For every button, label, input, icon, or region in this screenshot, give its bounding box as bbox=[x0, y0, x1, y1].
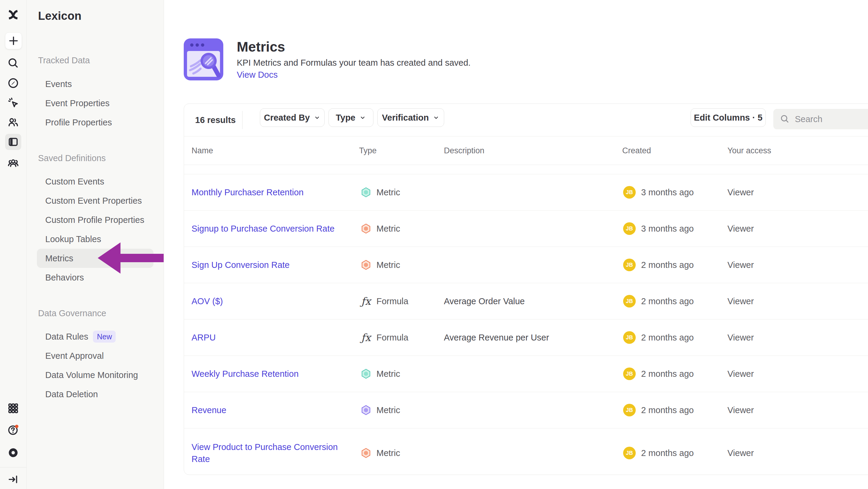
lexicon-sidebar: Lexicon Tracked Data Events Event Proper… bbox=[27, 0, 164, 489]
table-row: ARPU ƒx Formula Average Revenue per User… bbox=[184, 319, 868, 356]
sidebar-item-lookup-tables[interactable]: Lookup Tables bbox=[37, 230, 153, 249]
metric-name-link[interactable]: Revenue bbox=[191, 404, 355, 416]
help-icon[interactable] bbox=[6, 423, 20, 437]
chevron-down-icon bbox=[313, 114, 321, 121]
verification-filter-button[interactable]: Verification bbox=[377, 108, 444, 127]
events-cursor-icon[interactable] bbox=[6, 95, 20, 110]
sidebar-item-label: Event Approval bbox=[45, 346, 104, 365]
created-time: 3 months ago bbox=[641, 224, 694, 234]
metric-red-hexagon-icon bbox=[360, 259, 372, 270]
lexicon-panel-icon[interactable] bbox=[5, 134, 21, 150]
users-icon[interactable] bbox=[6, 115, 20, 129]
access-cell: Viewer bbox=[727, 369, 754, 379]
metric-red-hexagon-icon bbox=[360, 223, 372, 234]
created-time: 2 months ago bbox=[641, 333, 694, 343]
creator-avatar: JB bbox=[623, 447, 636, 459]
created-time: 2 months ago bbox=[641, 296, 694, 306]
sidebar-item-data-deletion[interactable]: Data Deletion bbox=[37, 384, 153, 404]
create-plus-button[interactable] bbox=[5, 32, 22, 49]
metric-name-link[interactable]: AOV ($) bbox=[191, 295, 355, 307]
metric-red-hexagon-icon bbox=[360, 447, 372, 459]
sidebar-item-label: Metrics bbox=[45, 249, 73, 268]
table-body: Monthly Purchaser Retention Metric JB 3 … bbox=[184, 174, 868, 478]
access-cell: Viewer bbox=[727, 405, 754, 415]
type-label: Metric bbox=[376, 188, 400, 197]
sidebar-item-events[interactable]: Events bbox=[37, 75, 153, 94]
column-header-type[interactable]: Type bbox=[359, 137, 377, 165]
created-cell: JB 3 months ago bbox=[623, 186, 694, 199]
created-by-filter-button[interactable]: Created By bbox=[260, 108, 324, 127]
formula-fx-icon: ƒx bbox=[360, 295, 372, 307]
settings-gear-icon[interactable] bbox=[6, 445, 20, 460]
created-cell: JB 2 months ago bbox=[623, 447, 694, 459]
sidebar-item-label: Custom Events bbox=[45, 172, 104, 191]
filter-toolbar: 16 results Created By Type Verification … bbox=[184, 104, 868, 137]
page-subtitle: KPI Metrics and Formulas your team has c… bbox=[237, 58, 471, 68]
creator-avatar: JB bbox=[623, 331, 636, 344]
type-label: Metric bbox=[376, 260, 400, 270]
nav-rail bbox=[0, 0, 27, 489]
column-header-description[interactable]: Description bbox=[444, 137, 484, 165]
metric-name-link[interactable]: Signup to Purchase Conversion Rate bbox=[191, 223, 355, 235]
sidebar-item-behaviors[interactable]: Behaviors bbox=[37, 268, 153, 287]
sidebar-item-metrics[interactable]: Metrics bbox=[37, 249, 153, 268]
column-header-created[interactable]: Created bbox=[622, 137, 651, 165]
type-label: Metric bbox=[376, 369, 400, 379]
created-time: 2 months ago bbox=[641, 448, 694, 458]
creator-avatar: JB bbox=[623, 186, 636, 199]
table-row: Monthly Purchaser Retention Metric JB 3 … bbox=[184, 174, 868, 210]
table-row: AOV ($) ƒx Formula Average Order Value J… bbox=[184, 283, 868, 319]
boards-compass-icon[interactable] bbox=[6, 76, 20, 90]
type-cell: ƒx Formula bbox=[360, 295, 408, 307]
sidebar-item-custom-profile-properties[interactable]: Custom Profile Properties bbox=[37, 210, 153, 230]
metrics-app-icon bbox=[183, 37, 224, 82]
metric-teal-hexagon-icon bbox=[360, 368, 372, 379]
type-cell: Metric bbox=[360, 404, 400, 416]
description-cell: Average Order Value bbox=[444, 296, 525, 306]
search-input[interactable]: Search bbox=[773, 109, 868, 129]
mixpanel-logo-icon[interactable] bbox=[6, 7, 20, 22]
sidebar-item-data-volume-monitoring[interactable]: Data Volume Monitoring bbox=[37, 365, 153, 384]
metric-name-link[interactable]: View Product to Purchase Conversion Rate bbox=[191, 441, 355, 465]
cohorts-icon[interactable] bbox=[6, 156, 20, 170]
metric-name-link[interactable]: ARPU bbox=[191, 332, 355, 344]
new-badge: New bbox=[93, 330, 116, 343]
table-row: Signup to Purchase Conversion Rate Metri… bbox=[184, 210, 868, 247]
main-content: Metrics KPI Metrics and Formulas your te… bbox=[164, 0, 868, 489]
created-cell: JB 3 months ago bbox=[623, 222, 694, 235]
sidebar-item-label: Data Volume Monitoring bbox=[45, 365, 138, 384]
created-cell: JB 2 months ago bbox=[623, 331, 694, 344]
toolbar-divider bbox=[242, 111, 243, 129]
collapse-sidebar-icon[interactable] bbox=[6, 472, 20, 487]
sidebar-section-label: Data Governance bbox=[38, 307, 164, 319]
column-header-name[interactable]: Name bbox=[191, 137, 213, 165]
creator-avatar: JB bbox=[623, 368, 636, 380]
access-cell: Viewer bbox=[727, 260, 754, 270]
metric-name-link[interactable]: Weekly Purchase Retention bbox=[191, 368, 355, 380]
sidebar-item-custom-event-properties[interactable]: Custom Event Properties bbox=[37, 191, 153, 210]
metric-name-link[interactable]: Sign Up Conversion Rate bbox=[191, 259, 355, 271]
sidebar-section-label: Saved Definitions bbox=[38, 152, 164, 164]
search-icon[interactable] bbox=[6, 56, 20, 70]
access-cell: Viewer bbox=[727, 296, 754, 306]
apps-grid-icon[interactable] bbox=[6, 401, 20, 415]
sidebar-item-event-properties[interactable]: Event Properties bbox=[37, 94, 153, 113]
metric-name-link[interactable]: Monthly Purchaser Retention bbox=[191, 186, 355, 198]
column-header-your-access[interactable]: Your access bbox=[727, 137, 771, 165]
verification-filter-label: Verification bbox=[382, 113, 429, 123]
view-docs-link[interactable]: View Docs bbox=[237, 70, 278, 80]
type-cell: Metric bbox=[360, 447, 400, 459]
edit-columns-button[interactable]: Edit Columns · 5 bbox=[690, 108, 766, 127]
sidebar-item-data-rules[interactable]: Data Rules New bbox=[37, 327, 153, 346]
access-cell: Viewer bbox=[727, 333, 754, 343]
creator-avatar: JB bbox=[623, 259, 636, 271]
table-row: View Product to Purchase Conversion Rate… bbox=[184, 428, 868, 478]
type-filter-button[interactable]: Type bbox=[329, 108, 373, 127]
type-cell: Metric bbox=[360, 368, 400, 379]
sidebar-item-profile-properties[interactable]: Profile Properties bbox=[37, 113, 153, 132]
sidebar-item-label: Behaviors bbox=[45, 268, 84, 287]
sidebar-item-custom-events[interactable]: Custom Events bbox=[37, 172, 153, 191]
sidebar-item-event-approval[interactable]: Event Approval bbox=[37, 346, 153, 365]
chevron-down-icon bbox=[433, 114, 440, 121]
sidebar-sections: Tracked Data Events Event Properties Pro… bbox=[27, 0, 164, 404]
